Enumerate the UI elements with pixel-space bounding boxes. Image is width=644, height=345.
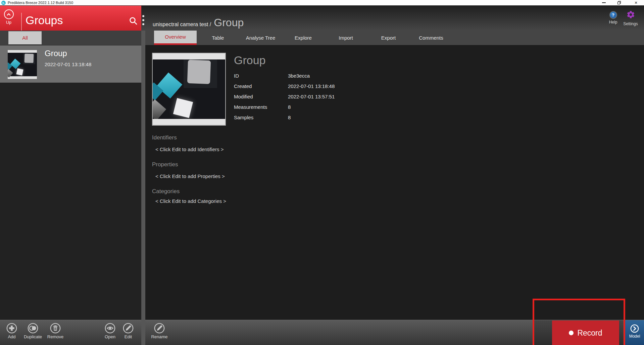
search-button[interactable] — [129, 16, 138, 26]
panel-splitter-handle[interactable] — [142, 15, 144, 25]
content-header: unispectral camera test / Group ? Help S… — [141, 6, 644, 31]
breadcrumb-current: Group — [214, 16, 244, 29]
field-label: Modified — [234, 94, 288, 99]
list-item-date: 2022-07-01 13:18:48 — [45, 61, 91, 67]
duplicate-label: Duplicate — [23, 334, 42, 339]
remove-label: Remove — [46, 334, 65, 339]
vertical-splitter[interactable] — [141, 31, 145, 345]
add-button[interactable]: Add — [2, 322, 21, 339]
restore-icon — [617, 1, 621, 5]
tab-export[interactable]: Export — [367, 31, 410, 45]
window-title: Prediktera Breeze 2022.1.12 Build 3150 — [8, 0, 73, 5]
list-item-title: Group — [45, 49, 67, 58]
app-icon: b. — [1, 1, 6, 5]
rename-button[interactable]: Rename — [150, 322, 169, 339]
sidebar-filter-bar: All — [0, 31, 141, 44]
chevron-right-circle-icon — [630, 324, 639, 333]
model-button[interactable]: Model — [625, 320, 644, 345]
field-row: Modified2022-07-01 13:57:51 — [234, 94, 442, 100]
search-icon — [129, 16, 138, 26]
groups-panel-header: Up Groups — [0, 6, 141, 31]
help-icon: ? — [609, 11, 617, 19]
field-label: Measurements — [234, 104, 288, 110]
tab-analyse-tree[interactable]: Analyse Tree — [239, 31, 282, 45]
group-list: Group 2022-07-01 13:18:48 — [0, 44, 141, 320]
filter-tab-all[interactable]: All — [8, 31, 42, 44]
field-row: Samples8 — [234, 115, 442, 121]
trash-icon — [50, 322, 61, 334]
header-divider — [21, 13, 22, 32]
content-tab-bar: Overview Table Analyse Tree Explore Impo… — [145, 31, 644, 45]
identifiers-placeholder[interactable]: < Click Edit to add Identifiers > — [155, 146, 224, 152]
breadcrumb-parent[interactable]: unispectral camera test / — [153, 21, 211, 28]
field-row: Created2022-07-01 13:18:48 — [234, 83, 442, 90]
help-label: Help — [607, 20, 619, 25]
content-toolbar: Rename Record Model — [145, 320, 644, 345]
tab-overview[interactable]: Overview — [154, 31, 197, 45]
gear-icon — [626, 10, 635, 19]
field-row: Measurements8 — [234, 104, 442, 111]
model-label: Model — [625, 334, 644, 339]
open-label: Open — [101, 334, 119, 339]
field-value: 8 — [288, 115, 291, 120]
edit-button[interactable]: Edit — [119, 322, 138, 339]
field-value: 2022-07-01 13:18:48 — [288, 83, 335, 89]
section-heading-properties: Properties — [152, 161, 178, 168]
settings-button[interactable]: Settings — [623, 10, 638, 26]
group-preview-image — [152, 53, 226, 126]
app-window: b. Prediktera Breeze 2022.1.12 Build 315… — [0, 0, 644, 345]
tab-table[interactable]: Table — [197, 31, 239, 45]
field-row: ID3be3ecca — [234, 73, 442, 80]
close-button[interactable]: ✕ — [632, 0, 640, 5]
add-label: Add — [2, 334, 21, 339]
record-dot-icon — [569, 331, 574, 335]
open-button[interactable]: Open — [101, 322, 119, 339]
minimize-icon — [602, 2, 606, 3]
duplicate-button[interactable]: Duplicate — [23, 322, 42, 339]
chevron-up-icon — [4, 9, 14, 19]
preview-photo — [153, 59, 225, 119]
rename-label: Rename — [150, 334, 169, 339]
tab-explore[interactable]: Explore — [282, 31, 325, 45]
minimize-button[interactable] — [599, 0, 608, 5]
list-item-group[interactable]: Group 2022-07-01 13:18:48 — [0, 45, 141, 83]
close-icon: ✕ — [634, 1, 637, 5]
remove-button[interactable]: Remove — [46, 322, 65, 339]
field-value: 2022-07-01 13:57:51 — [288, 94, 335, 99]
properties-placeholder[interactable]: < Click Edit to add Properties > — [155, 173, 225, 179]
field-label: Samples — [234, 115, 288, 120]
pencil-icon — [122, 322, 134, 334]
eye-icon — [104, 322, 116, 334]
record-label: Record — [577, 329, 602, 338]
pencil-icon — [154, 322, 165, 334]
overlapping-circles-icon — [27, 322, 39, 334]
plus-circle-icon — [6, 322, 17, 334]
section-heading-categories: Categories — [152, 188, 180, 195]
section-heading-identifiers: Identifiers — [152, 134, 177, 141]
panel-title: Groups — [26, 14, 63, 27]
sidebar-toolbar: Add Duplicate Remove — [0, 320, 141, 345]
restore-button[interactable] — [615, 0, 624, 5]
group-thumbnail — [8, 50, 37, 79]
window-titlebar: b. Prediktera Breeze 2022.1.12 Build 315… — [0, 0, 644, 6]
help-button[interactable]: ? Help — [607, 11, 619, 25]
breadcrumb: unispectral camera test / Group — [153, 16, 244, 29]
field-label: Created — [234, 83, 288, 89]
record-button[interactable]: Record — [552, 320, 619, 345]
categories-placeholder[interactable]: < Click Edit to add Categories > — [155, 198, 226, 204]
field-label: ID — [234, 73, 288, 79]
tab-import[interactable]: Import — [325, 31, 367, 45]
up-button[interactable]: Up — [3, 9, 15, 25]
edit-label: Edit — [119, 334, 138, 339]
settings-label: Settings — [623, 21, 638, 26]
up-button-label: Up — [3, 20, 15, 25]
overview-panel: Group ID3be3ecca Created2022-07-01 13:18… — [145, 45, 644, 320]
field-value: 8 — [288, 104, 291, 110]
overview-title: Group — [234, 54, 266, 67]
tab-comments[interactable]: Comments — [410, 31, 452, 45]
field-value: 3be3ecca — [288, 73, 310, 79]
